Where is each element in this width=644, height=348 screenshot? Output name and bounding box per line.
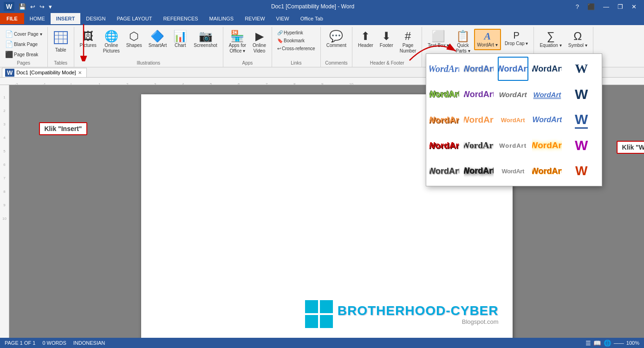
links-buttons: 🔗 Hyperlink 🔖 Bookmark ↩ Cross-reference: [275, 29, 318, 53]
wordart-style-8[interactable]: WordArt: [498, 82, 528, 106]
drop-cap-icon: P: [513, 31, 519, 40]
pictures-button[interactable]: 🖼 Pictures: [77, 29, 99, 50]
page-number-icon: #: [405, 31, 411, 42]
links-group-label: Links: [291, 59, 301, 67]
links-group-items: 🔗 Hyperlink 🔖 Bookmark ↩ Cross-reference: [274, 28, 319, 59]
comment-button[interactable]: 💬 Comment: [324, 29, 349, 50]
bookmark-button[interactable]: 🔖 Bookmark: [275, 37, 318, 45]
chart-label: Chart: [175, 43, 186, 48]
wordart-style-17[interactable]: WordArt: [463, 133, 494, 158]
smartart-icon: 🔷: [150, 31, 164, 42]
zoom-slider[interactable]: ——: [614, 340, 624, 346]
symbol-button[interactable]: Ω Symbol ▾: [566, 29, 590, 50]
tab-home[interactable]: HOME: [24, 13, 51, 24]
watermark-logo: BROTHERHOOD-CYBER Blogspot.com: [305, 300, 499, 328]
view-web-button[interactable]: 🌐: [604, 340, 611, 347]
wordart-style-1-text: WordArt: [429, 64, 460, 74]
wordart-style-1[interactable]: WordArt: [429, 57, 460, 81]
cross-reference-button[interactable]: ↩ Cross-reference: [275, 45, 318, 53]
wordart-style-4[interactable]: WordArt: [532, 57, 562, 81]
tab-insert[interactable]: INSERT: [51, 13, 80, 24]
wordart-style-24-text: WordArt: [532, 166, 562, 176]
minimize-button[interactable]: —: [599, 2, 613, 11]
customize-qa-button[interactable]: ▾: [47, 3, 53, 11]
ribbon-display-button[interactable]: ⬛: [584, 2, 598, 11]
tables-group: Table Tables: [48, 27, 74, 67]
tab-review[interactable]: REVIEW: [239, 13, 270, 24]
wordart-style-11[interactable]: WordArt: [429, 108, 460, 132]
wordart-style-13[interactable]: WordArt: [498, 108, 528, 132]
wordart-style-23[interactable]: WordArt: [498, 159, 528, 183]
blank-page-button[interactable]: 📄 Blank Page: [3, 39, 45, 49]
shapes-label: Shapes: [126, 43, 142, 48]
restore-button[interactable]: ❐: [614, 2, 627, 11]
page-break-button[interactable]: ⬛ Page Break: [3, 49, 45, 59]
online-video-button[interactable]: ▶ OnlineVideo: [250, 29, 269, 56]
wordart-style-25[interactable]: W: [566, 159, 597, 183]
doc-tab[interactable]: W Doc1 [Compatibility Mode] ✕: [2, 68, 87, 77]
redo-button[interactable]: ↪: [38, 3, 46, 11]
wordart-style-6[interactable]: WordArt: [429, 82, 460, 106]
wordart-style-9[interactable]: WordArt: [532, 82, 562, 106]
symbol-label: Symbol ▾: [568, 43, 587, 48]
wordart-style-10[interactable]: W: [566, 82, 597, 106]
wordart-style-21[interactable]: WordArt: [429, 159, 460, 183]
drop-cap-button[interactable]: P Drop Cap ▾: [502, 29, 531, 48]
page-number-button[interactable]: # PageNumber: [397, 29, 419, 56]
undo-button[interactable]: ↩: [29, 3, 37, 11]
online-pictures-label: OnlinePictures: [103, 43, 120, 54]
wordart-style-19[interactable]: WordArt: [532, 133, 562, 158]
wordart-style-5[interactable]: W: [566, 57, 597, 81]
wordart-style-22[interactable]: WordArt: [463, 159, 494, 183]
tab-references[interactable]: REFERENCES: [157, 13, 203, 24]
equation-button[interactable]: ∑ Equation ▾: [537, 29, 564, 50]
close-button[interactable]: ✕: [628, 2, 640, 11]
tab-view[interactable]: VIEW: [271, 13, 295, 24]
language: INDONESIAN: [73, 340, 105, 346]
wordart-style-24[interactable]: WordArt: [532, 159, 562, 183]
wordart-style-2[interactable]: WordArt: [463, 57, 494, 81]
wordart-button[interactable]: A WordArt ▾: [474, 29, 501, 50]
wordart-style-3[interactable]: WordArt WordArt style 3: [498, 57, 528, 81]
wordart-style-7[interactable]: WordArt: [463, 82, 494, 106]
save-button[interactable]: 💾: [17, 3, 27, 11]
text-box-button[interactable]: ⬜ Text Box ▾: [425, 29, 452, 50]
apps-for-office-button[interactable]: 🏪 Apps forOffice ▾: [226, 29, 249, 56]
wordart-style-18[interactable]: WordArt: [498, 133, 528, 158]
wordart-style-12[interactable]: WordArt: [463, 108, 494, 132]
wordart-style-15-text: W: [575, 112, 588, 129]
tab-office-tab[interactable]: Office Tab: [295, 13, 329, 24]
comment-icon: 💬: [329, 31, 343, 42]
wordart-style-16-text: WordArt: [429, 140, 460, 151]
wordart-style-16[interactable]: WordArt: [429, 133, 460, 158]
help-button[interactable]: ?: [572, 2, 583, 11]
chart-button[interactable]: 📊 Chart: [170, 29, 190, 50]
quick-parts-button[interactable]: 📋 QuickParts ▾: [453, 29, 473, 56]
tab-file[interactable]: FILE: [0, 13, 24, 24]
doc-tab-close[interactable]: ✕: [78, 70, 82, 75]
hyperlink-button[interactable]: 🔗 Hyperlink: [275, 29, 318, 37]
smartart-button[interactable]: 🔷 SmartArt: [146, 29, 169, 50]
screenshot-icon: 📷: [199, 31, 213, 42]
table-button[interactable]: Table: [51, 29, 71, 55]
shapes-button[interactable]: ⬡ Shapes: [124, 29, 145, 50]
tab-design[interactable]: DESIGN: [80, 13, 111, 24]
screenshot-button[interactable]: 📷 Screenshot: [191, 29, 220, 50]
tab-page-layout[interactable]: PAGE LAYOUT: [111, 13, 157, 24]
footer-button[interactable]: ⬇ Footer: [377, 29, 396, 50]
illustrations-group-items: 🖼 Pictures 🌐 OnlinePictures ⬡ Shapes 🔷 S…: [76, 28, 221, 59]
wordart-dropdown[interactable]: WordArt WordArt WordArt WordArt style 3 …: [426, 53, 602, 186]
wordart-style-14[interactable]: WordArt: [532, 108, 562, 132]
view-reading-button[interactable]: 📖: [593, 340, 601, 347]
view-normal-button[interactable]: ☰: [585, 340, 591, 347]
tab-mailings[interactable]: MAILINGS: [204, 13, 240, 24]
status-bar-left: PAGE 1 OF 1 0 WORDS INDONESIAN: [5, 340, 105, 346]
online-pictures-button[interactable]: 🌐 OnlinePictures: [100, 29, 123, 56]
wordart-style-15[interactable]: W: [566, 108, 597, 132]
wordart-style-20[interactable]: W: [566, 133, 597, 158]
page-number-label: PageNumber: [400, 43, 416, 54]
header-button[interactable]: ⬆ Header: [355, 29, 376, 50]
cover-page-button[interactable]: 📄 Cover Page ▾: [3, 29, 45, 39]
doc-tab-icon: W: [5, 69, 14, 77]
title-bar-left: W 💾 ↩ ↪ ▾: [4, 2, 53, 11]
